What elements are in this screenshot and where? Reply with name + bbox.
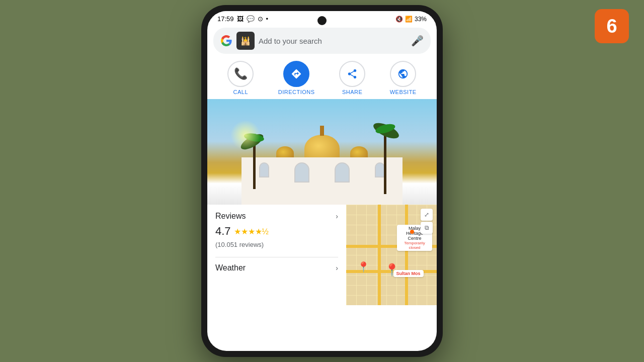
phone-frame: 17:59 🖼 💬 ⊙ • 🔇 📶 33% 🕌 [201,5,443,357]
mute-icon: 🔇 [395,16,403,23]
heritage-status: Temporarily closed [400,241,429,250]
action-buttons: 📞 CALL DIRECTIONS SHARE [207,57,437,99]
mosque-building [242,157,402,205]
reviews-count: (10.051 reviews) [215,240,338,249]
map-pin-blue: 📍 [357,261,370,273]
whatsapp-icon: 💬 [247,15,255,23]
map-road-vertical2 [405,205,408,305]
call-icon: 📞 [234,67,248,80]
map-panel[interactable]: Malay Heritage Centre Temporarily closed… [346,205,437,305]
reviews-row[interactable]: Reviews › [215,212,338,221]
channel-badge: 6 [595,9,629,43]
arch4 [375,162,385,177]
channel-number: 6 [606,16,617,37]
map-orange-dot [410,230,414,234]
mic-icon[interactable]: 🎤 [411,35,424,47]
directions-button[interactable]: DIRECTIONS [278,61,315,95]
screen-record-icon: ⊙ [258,15,263,23]
website-icon [397,68,409,79]
mosque-illustration [207,99,437,205]
search-bar[interactable]: 🕌 Add to your search 🎤 [213,28,431,54]
share-icon [347,68,358,79]
reviews-chevron: › [336,212,338,220]
website-icon-circle [390,61,416,87]
arch3 [335,162,350,183]
map-background: Malay Heritage Centre Temporarily closed… [346,205,437,305]
status-left: 17:59 🖼 💬 ⊙ • [217,15,268,23]
weather-row[interactable]: Weather › [215,257,338,273]
call-button[interactable]: 📞 CALL [227,61,254,95]
share-icon-circle [339,61,365,87]
phone-camera [317,16,327,25]
sun-rays [230,120,261,150]
palm-trunk-right [384,134,386,194]
reviews-count-text: (10.051 reviews) [215,241,264,248]
wifi-icon: 📶 [405,16,413,23]
map-expand-button[interactable]: ⤢ [421,209,433,221]
map-controls: ⤢ ⧉ [421,209,433,234]
directions-label: DIRECTIONS [278,89,315,95]
battery-text: 33% [415,16,427,23]
directions-icon-circle [283,61,309,87]
phone-screen: 17:59 🖼 💬 ⊙ • 🔇 📶 33% 🕌 [207,11,437,351]
website-button[interactable]: WEBSITE [390,61,417,95]
weather-label: Weather [215,263,246,273]
status-time: 17:59 [217,15,234,23]
map-road-vertical [378,205,381,305]
search-thumbnail: 🕌 [236,32,255,50]
arch1 [259,162,269,177]
call-icon-circle: 📞 [227,61,254,87]
rating-row: 4.7 ★★★★½ [215,225,338,238]
directions-icon [291,68,302,79]
rating-number: 4.7 [215,225,231,238]
status-right: 🔇 📶 33% [395,16,427,23]
share-label: SHARE [342,89,362,95]
bottom-section: Reviews › 4.7 ★★★★½ (10.051 reviews) Wea… [207,205,437,305]
stars: ★★★★½ [234,227,269,236]
search-input[interactable]: Add to your search [259,37,407,45]
map-pin-red: 📍 [384,263,399,277]
call-label: CALL [233,89,249,95]
mosque-image[interactable] [207,99,437,205]
left-info-panel: Reviews › 4.7 ★★★★½ (10.051 reviews) Wea… [207,205,346,305]
dot-icon: • [266,15,269,23]
arch2 [294,162,309,183]
share-button[interactable]: SHARE [339,61,365,95]
reviews-label: Reviews [215,212,246,221]
photo-icon: 🖼 [237,15,244,23]
website-label: WEBSITE [390,89,417,95]
google-logo [220,35,232,47]
mosque-map-label: Sultan Mos [396,271,421,276]
weather-chevron: › [336,264,338,272]
mosque-arches [242,162,402,183]
map-layers-button[interactable]: ⧉ [421,222,433,234]
